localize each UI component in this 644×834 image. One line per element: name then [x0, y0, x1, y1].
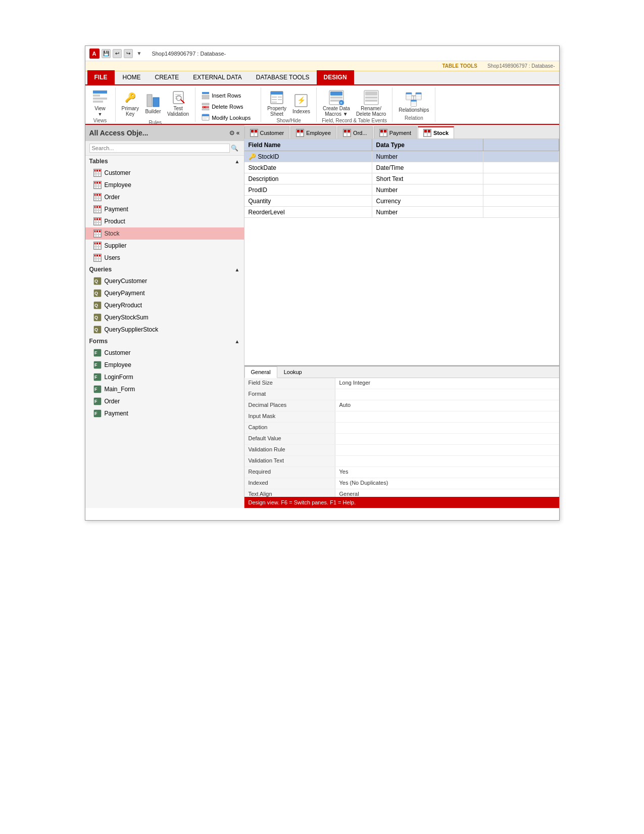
prop-value-input-mask[interactable]	[335, 411, 559, 422]
prop-value-text-align[interactable]: General	[335, 489, 559, 497]
create-data-macros-button[interactable]: + Create DataMacros ▼	[321, 88, 352, 118]
th-description	[483, 139, 559, 151]
property-sheet-button[interactable]: PropertySheet	[265, 88, 288, 118]
save-icon[interactable]: 💾	[102, 49, 111, 58]
primary-key-button[interactable]: 🔑 PrimaryKey	[120, 88, 141, 118]
test-validation-button[interactable]: TestValidation	[165, 88, 191, 118]
prop-row-required[interactable]: Required Yes	[244, 467, 559, 478]
indexes-button[interactable]: ⚡ Indexes	[290, 91, 312, 115]
builder-button[interactable]: Builder	[143, 91, 163, 115]
prop-row-caption[interactable]: Caption	[244, 423, 559, 434]
rename-delete-macro-button[interactable]: Rename/Delete Macro	[354, 88, 388, 118]
prop-row-format[interactable]: Format	[244, 389, 559, 400]
prop-tab-lookup-label: Lookup	[284, 369, 302, 375]
primary-key-label: PrimaryKey	[122, 106, 139, 117]
nav-tree: Tables ▲ Customer	[85, 156, 244, 508]
nav-item-queryrroduct[interactable]: Q QueryRroduct	[85, 299, 244, 311]
insert-rows-button[interactable]: Insert Rows	[200, 90, 253, 101]
nav-item-order[interactable]: Order	[85, 191, 244, 203]
prop-tab-lookup[interactable]: Lookup	[277, 366, 309, 378]
doc-tab-customer[interactable]: Customer	[244, 126, 290, 138]
prop-row-validation-text[interactable]: Validation Text	[244, 456, 559, 467]
svg-rect-4	[147, 95, 152, 107]
collapse-icon[interactable]: ⊙	[229, 129, 234, 136]
prop-value-field-size[interactable]: Long Integer	[335, 378, 559, 389]
table-row-stockid[interactable]: 🔑 StockID Number	[244, 151, 559, 162]
table-row-reorderlevel[interactable]: ReorderLevel Number	[244, 207, 559, 218]
modify-lookups-button[interactable]: Modify Lookups	[200, 113, 253, 123]
redo-icon[interactable]: ↪	[124, 49, 133, 58]
nav-item-querypayment[interactable]: Q QueryPayment	[85, 287, 244, 299]
nav-item-querycustomer[interactable]: Q QueryCustomer	[85, 275, 244, 287]
ribbon-group-relationships: Relationships Relation	[392, 87, 435, 122]
relationships-button[interactable]: Relationships	[397, 90, 431, 114]
nav-item-payment[interactable]: Payment	[85, 203, 244, 215]
prop-value-default-value[interactable]	[335, 434, 559, 444]
nav-item-stock[interactable]: Stock	[85, 227, 244, 240]
nav-item-querystocksum[interactable]: Q QueryStockSum	[85, 311, 244, 323]
prop-row-validation-rule[interactable]: Validation Rule	[244, 445, 559, 456]
nav-item-form-order[interactable]: F Order	[85, 395, 244, 407]
doc-tab-order[interactable]: Ord...	[337, 126, 373, 138]
prop-row-decimal-places[interactable]: Decimal Places Auto	[244, 400, 559, 411]
tab-file[interactable]: FILE	[87, 70, 115, 84]
svg-text:Q: Q	[94, 291, 98, 296]
nav-item-users[interactable]: Users	[85, 252, 244, 264]
property-sheet-icon	[269, 89, 285, 106]
prop-row-field-size[interactable]: Field Size Long Integer	[244, 378, 559, 389]
tab-database-tools[interactable]: DATABASE TOOLS	[249, 70, 317, 84]
prop-row-input-mask[interactable]: Input Mask	[244, 411, 559, 423]
insert-rows-label: Insert Rows	[212, 92, 241, 99]
prop-row-indexed[interactable]: Indexed Yes (No Duplicates)	[244, 478, 559, 489]
nav-item-form-customer[interactable]: F Customer	[85, 347, 244, 359]
chevron-left-icon[interactable]: «	[236, 129, 240, 136]
nav-item-form-loginform[interactable]: F LoginForm	[85, 371, 244, 383]
prop-value-decimal-places[interactable]: Auto	[335, 400, 559, 411]
tab-external-data[interactable]: EXTERNAL DATA	[186, 70, 249, 84]
queries-section-header[interactable]: Queries ▲	[85, 264, 244, 275]
doc-tab-payment-label: Payment	[389, 130, 411, 136]
prop-value-validation-rule[interactable]	[335, 445, 559, 455]
td-prodid-type-label: Number	[376, 187, 398, 194]
prop-value-validation-text[interactable]	[335, 456, 559, 467]
doc-tab-stock[interactable]: Stock	[418, 126, 454, 138]
nav-item-employee[interactable]: Employee	[85, 179, 244, 191]
nav-label-supplier: Supplier	[105, 242, 127, 249]
doc-tab-stock-icon	[423, 129, 431, 137]
td-stockid-label: StockID	[258, 153, 279, 160]
prop-value-indexed[interactable]: Yes (No Duplicates)	[335, 478, 559, 489]
tab-home[interactable]: HOME	[116, 70, 148, 84]
nav-item-product[interactable]: Product	[85, 215, 244, 227]
nav-item-querysupplierstock[interactable]: Q QuerySupplierStock	[85, 323, 244, 336]
undo-icon[interactable]: ↩	[113, 49, 122, 58]
search-icon[interactable]: 🔍	[230, 143, 240, 153]
nav-item-customer[interactable]: Customer	[85, 167, 244, 179]
nav-item-supplier[interactable]: Supplier	[85, 240, 244, 252]
doc-tab-payment[interactable]: Payment	[374, 126, 417, 138]
td-description-label: Description	[249, 175, 279, 182]
prop-value-caption[interactable]	[335, 423, 559, 433]
tab-design[interactable]: DESIGN	[317, 70, 354, 84]
title-bar: A 💾 ↩ ↪ ▼ Shop1498906797 : Database-	[85, 46, 559, 61]
prop-value-required[interactable]: Yes	[335, 467, 559, 478]
prop-tab-general[interactable]: General	[244, 366, 277, 378]
tables-section-header[interactable]: Tables ▲	[85, 156, 244, 167]
forms-section-header[interactable]: Forms ▲	[85, 336, 244, 347]
table-row-stockdate[interactable]: StockDate Date/Time	[244, 162, 559, 173]
doc-tab-employee[interactable]: Employee	[290, 126, 336, 138]
table-row-description[interactable]: Description Short Text	[244, 173, 559, 184]
table-row-prodid[interactable]: ProdID Number	[244, 184, 559, 196]
prop-row-default-value[interactable]: Default Value	[244, 434, 559, 445]
nav-label-employee: Employee	[105, 181, 131, 189]
search-input[interactable]	[89, 144, 230, 153]
tab-create[interactable]: CREATE	[148, 70, 186, 84]
delete-rows-button[interactable]: ✕ Delete Rows	[200, 102, 253, 112]
nav-item-form-payment[interactable]: F Payment	[85, 407, 244, 420]
prop-value-format[interactable]	[335, 389, 559, 400]
nav-item-form-main-form[interactable]: F Main_Form	[85, 383, 244, 395]
view-button[interactable]: View▼	[90, 88, 110, 118]
nav-item-form-employee[interactable]: F Employee	[85, 359, 244, 371]
table-row-quantity[interactable]: Quantity Currency	[244, 196, 559, 207]
svg-rect-1	[93, 95, 100, 97]
prop-row-text-align[interactable]: Text Align General	[244, 489, 559, 497]
